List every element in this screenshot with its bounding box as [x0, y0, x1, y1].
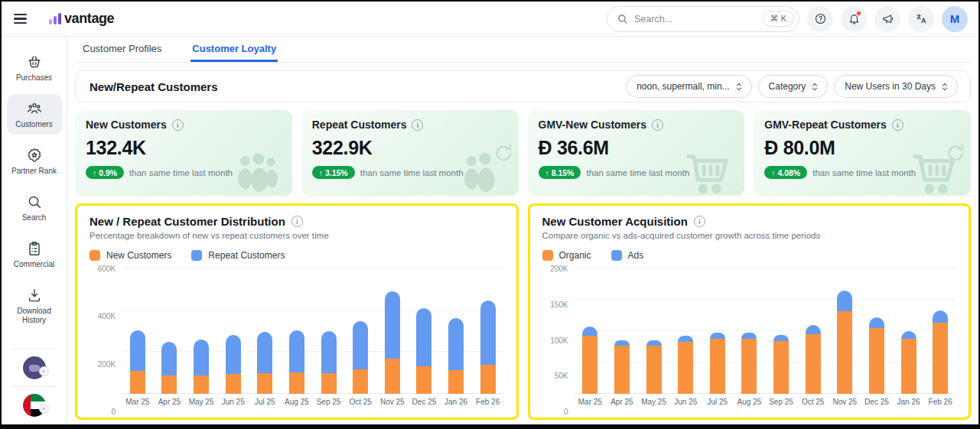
organic-segment[interactable] — [614, 346, 630, 394]
help-button[interactable] — [807, 6, 833, 32]
bar-jul-25[interactable] — [702, 268, 734, 394]
sidebar-item-download-history[interactable]: Download History — [7, 281, 62, 330]
announcements-button[interactable] — [874, 6, 900, 32]
new-customers-segment[interactable] — [289, 372, 304, 394]
ads-segment[interactable] — [901, 331, 917, 339]
bar-dec-25[interactable] — [861, 268, 893, 394]
repeat-customers-segment[interactable] — [353, 321, 368, 369]
bar-nov-25[interactable] — [829, 268, 861, 394]
organic-segment[interactable] — [773, 341, 789, 394]
repeat-customers-segment[interactable] — [257, 332, 272, 373]
bar-apr-25[interactable] — [154, 268, 186, 394]
bar-dec-25[interactable] — [409, 268, 441, 394]
new-customers-segment[interactable] — [194, 375, 209, 394]
notifications-button[interactable] — [841, 6, 867, 32]
info-icon[interactable]: i — [172, 119, 184, 131]
new-customers-segment[interactable] — [448, 370, 464, 394]
organic-segment[interactable] — [806, 334, 821, 394]
ads-segment[interactable] — [710, 333, 725, 339]
sidebar-item-purchases[interactable]: Purchases — [7, 47, 62, 88]
bar-sep-25[interactable] — [765, 268, 797, 394]
new-customers-segment[interactable] — [385, 359, 400, 394]
new-users-filter-dropdown[interactable]: New Users in 30 Days — [834, 75, 958, 98]
repeat-customers-segment[interactable] — [130, 330, 145, 370]
bar-jun-25[interactable] — [217, 268, 249, 394]
language-button[interactable] — [908, 6, 934, 32]
new-customers-segment[interactable] — [416, 366, 431, 394]
bar-mar-25[interactable] — [122, 268, 154, 394]
organic-segment[interactable] — [869, 328, 884, 394]
ads-segment[interactable] — [837, 291, 852, 311]
bar-jul-25[interactable] — [249, 268, 282, 394]
kpi-title: New Customers — [86, 119, 167, 131]
menu-icon[interactable] — [14, 8, 35, 30]
bar-oct-25[interactable] — [797, 268, 829, 394]
tab-customer-loyalty[interactable]: Customer Loyalty — [190, 37, 278, 62]
bar-feb-26[interactable] — [924, 268, 956, 394]
y-axis-tick: 0 — [111, 408, 116, 416]
repeat-customers-segment[interactable] — [448, 318, 464, 371]
ads-segment[interactable] — [741, 333, 757, 339]
avatar[interactable]: M — [942, 6, 968, 32]
ads-segment[interactable] — [678, 336, 693, 342]
sidebar-item-customers[interactable]: Customers — [7, 94, 62, 135]
search-input[interactable]: Search... ⌘ K — [607, 6, 799, 32]
bar-jun-25[interactable] — [669, 268, 702, 394]
info-icon[interactable]: i — [892, 119, 903, 131]
organic-segment[interactable] — [646, 346, 662, 394]
repeat-customers-segment[interactable] — [289, 330, 304, 372]
repeat-customers-segment[interactable] — [161, 342, 177, 375]
info-icon[interactable]: i — [291, 216, 303, 227]
ads-segment[interactable] — [933, 310, 948, 323]
organic-segment[interactable] — [678, 342, 693, 394]
new-customers-segment[interactable] — [161, 375, 177, 394]
new-customers-segment[interactable] — [321, 373, 337, 394]
info-icon[interactable]: i — [694, 216, 705, 227]
organic-segment[interactable] — [901, 339, 917, 394]
bar-nov-25[interactable] — [376, 268, 409, 394]
ads-segment[interactable] — [806, 325, 821, 334]
repeat-customers-segment[interactable] — [480, 301, 496, 365]
ads-segment[interactable] — [869, 317, 884, 328]
repeat-customers-segment[interactable] — [226, 335, 241, 374]
uae-flag-logo[interactable]: › — [23, 394, 46, 417]
organic-segment[interactable] — [837, 311, 852, 394]
bar-jan-26[interactable] — [440, 268, 472, 394]
bar-sep-25[interactable] — [313, 268, 345, 394]
organic-segment[interactable] — [710, 339, 725, 394]
info-icon[interactable]: i — [412, 119, 423, 131]
sidebar-item-commercial[interactable]: Commercial — [7, 234, 62, 275]
organic-segment[interactable] — [933, 323, 948, 394]
new-customers-segment[interactable] — [353, 369, 368, 394]
new-customers-segment[interactable] — [130, 371, 145, 394]
repeat-customers-segment[interactable] — [416, 308, 431, 366]
bar-oct-25[interactable] — [344, 268, 376, 394]
bar-mar-25[interactable] — [575, 268, 607, 394]
ads-segment[interactable] — [773, 335, 789, 341]
sidebar-item-search[interactable]: Search — [7, 187, 62, 228]
bar-may-25[interactable] — [185, 268, 217, 394]
sidebar-item-partner-rank[interactable]: Partner Rank — [7, 141, 62, 181]
ads-segment[interactable] — [582, 327, 597, 335]
bar-feb-26[interactable] — [472, 268, 504, 394]
bar-aug-25[interactable] — [281, 268, 313, 394]
x-axis-tick: Jul 25 — [702, 398, 734, 411]
bar-apr-25[interactable] — [606, 268, 638, 394]
organic-segment[interactable] — [741, 339, 757, 394]
tab-customer-profiles[interactable]: Customer Profiles — [81, 37, 163, 62]
store-filter-dropdown[interactable]: noon, supermall, min... — [626, 75, 751, 98]
kpi-card-repeat-customers: Repeat Customers i 322.9K ↑ 3.15% than s… — [301, 110, 519, 196]
category-filter-dropdown[interactable]: Category — [758, 75, 829, 98]
new-customers-segment[interactable] — [257, 373, 272, 394]
info-icon[interactable]: i — [652, 119, 663, 131]
new-customers-segment[interactable] — [480, 365, 496, 394]
bar-jan-26[interactable] — [893, 268, 925, 394]
repeat-customers-segment[interactable] — [385, 291, 400, 358]
repeat-customers-segment[interactable] — [321, 331, 337, 373]
bar-aug-25[interactable] — [734, 268, 766, 394]
new-customers-segment[interactable] — [226, 374, 241, 394]
noon-logo[interactable]: › — [23, 356, 46, 379]
organic-segment[interactable] — [582, 336, 597, 394]
repeat-customers-segment[interactable] — [194, 340, 209, 375]
bar-may-25[interactable] — [638, 268, 670, 394]
